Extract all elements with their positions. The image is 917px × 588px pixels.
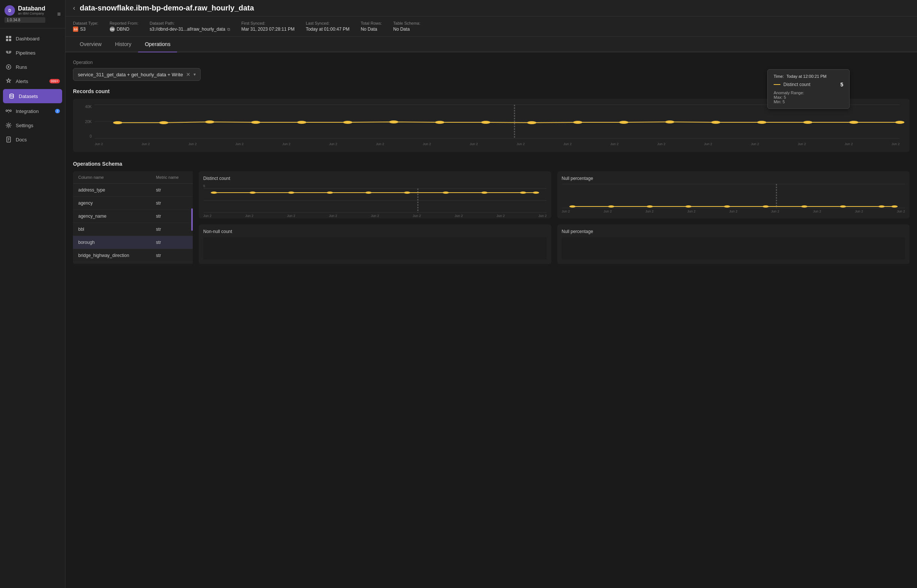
schema-layout: Column name Metric name address_type str… [73, 171, 909, 264]
null-pct-2-chart [562, 237, 906, 260]
svg-point-8 [8, 124, 10, 126]
tooltip-line-indicator [774, 84, 780, 85]
svg-point-52 [685, 205, 691, 208]
hamburger-menu[interactable]: ≡ [57, 11, 61, 18]
svg-point-55 [801, 205, 807, 208]
metric-card-null-pct: Null percentage [557, 171, 910, 218]
svg-point-20 [389, 120, 399, 123]
operation-clear-button[interactable]: ✕ [186, 71, 191, 78]
operation-value: service_311_get_data + get_hourly_data +… [78, 72, 183, 78]
table-row[interactable]: agency str [73, 197, 193, 210]
svg-point-23 [527, 121, 536, 124]
operation-selector[interactable]: service_311_get_data + get_hourly_data +… [73, 68, 201, 81]
back-button[interactable]: ‹ [73, 4, 75, 12]
tab-operations[interactable]: Operations [138, 37, 177, 52]
anomaly-max: Max: 5 [774, 95, 843, 100]
table-row-selected[interactable]: borough str [73, 236, 193, 249]
null-pct-chart: Jun 2 Jun 2 Jun 2 Jun 2 Jun 2 Jun 2 Jun … [562, 184, 906, 214]
metric-title: Non-null count [203, 229, 547, 234]
sidebar-item-label: Runs [16, 64, 27, 70]
svg-point-36 [211, 192, 217, 194]
chart-y-label-0: 0 [79, 134, 92, 138]
metric-title: Null percentage [562, 229, 906, 234]
sidebar-item-label: Integration [16, 108, 39, 114]
svg-point-58 [891, 205, 898, 208]
logo-icon: D [5, 5, 15, 16]
svg-point-22 [481, 121, 490, 124]
column-type: str [151, 223, 193, 236]
svg-rect-6 [6, 110, 8, 111]
datasets-icon [8, 93, 15, 100]
chart-y-label-20k: 20K [79, 120, 92, 124]
chart-x-label: Jun 2 [563, 142, 572, 146]
table-row[interactable]: bridge_highway_direction str [73, 249, 193, 262]
metric-title: Null percentage [562, 176, 906, 181]
tooltip-metric-row: Distinct count 5 [774, 82, 843, 87]
logo-sub: an IBM Company [18, 11, 45, 15]
col-name-header: Column name [73, 171, 151, 184]
operation-dropdown-icon[interactable]: ▾ [193, 72, 196, 77]
sidebar-item-dashboard[interactable]: Dashboard [0, 31, 65, 46]
x-label: Jun 2 [371, 214, 379, 218]
metadata-row: Dataset Type: S3 S3 Reported From: DB DB… [65, 16, 917, 37]
data-tooltip: Time: Today at 12:00:21 PM Distinct coun… [767, 69, 850, 109]
svg-point-56 [839, 205, 846, 208]
svg-rect-0 [6, 36, 8, 38]
integration-icon [5, 108, 12, 115]
operations-content: Operation service_311_get_data + get_hou… [65, 52, 917, 588]
schema-table: Column name Metric name address_type str… [73, 171, 193, 264]
chart-x-label: Jun 2 [891, 142, 900, 146]
tooltip-metric-label: Distinct count [783, 82, 837, 87]
table-row[interactable]: agency_name str [73, 210, 193, 223]
x-label: Jun 2 [813, 210, 821, 213]
sidebar-nav: Dashboard Pipelines Runs Alerts 999+ [0, 28, 65, 588]
x-label: Jun 2 [496, 214, 504, 218]
svg-point-49 [569, 205, 576, 208]
reported-from-label: Reported From: [110, 21, 138, 26]
columns-table: Column name Metric name address_type str… [73, 171, 193, 262]
sidebar-item-docs[interactable]: Docs [0, 132, 65, 147]
table-schema-label: Table Schema: [394, 21, 421, 26]
svg-point-45 [533, 192, 539, 194]
chart-x-label: Jun 2 [657, 142, 666, 146]
sidebar-item-pipelines[interactable]: Pipelines [0, 46, 65, 60]
dataset-path-value: s3://dbnd-dev-31...af/raw_hourly_data ⧉ [150, 27, 230, 32]
sidebar: D Databand an IBM Company 1.0.34.8 ≡ Das… [0, 0, 65, 588]
total-rows-meta: Total Rows: No Data [361, 21, 382, 32]
sidebar-item-settings[interactable]: Settings [0, 118, 65, 132]
chart-x-label: Jun 2 [376, 142, 384, 146]
table-row[interactable]: address_type str [73, 184, 193, 197]
chart-x-label: Jun 2 [423, 142, 431, 146]
sidebar-item-runs[interactable]: Runs [0, 60, 65, 74]
svg-point-14 [113, 121, 122, 124]
tab-overview[interactable]: Overview [73, 37, 108, 52]
schema-title: Operations Schema [73, 161, 909, 167]
y-label: 6 [203, 184, 205, 188]
metrics-grid: Distinct count 6 [199, 171, 909, 264]
non-null-count-chart [203, 237, 547, 260]
tooltip-time-value: Today at 12:00:21 PM [786, 74, 826, 79]
chart-x-label: Jun 2 [517, 142, 525, 146]
sidebar-item-alerts[interactable]: Alerts 999+ [0, 74, 65, 88]
svg-point-21 [435, 121, 445, 124]
x-label: Jun 2 [771, 210, 779, 213]
sidebar-item-integration[interactable]: Integration 2 [0, 104, 65, 118]
sidebar-item-label: Pipelines [16, 50, 36, 56]
svg-point-30 [849, 121, 859, 124]
dataset-type-value: S3 S3 [73, 27, 99, 32]
svg-point-53 [724, 205, 730, 208]
sidebar-item-label: Dashboard [16, 36, 40, 42]
svg-point-31 [895, 121, 905, 124]
x-label: Jun 2 [455, 214, 463, 218]
copy-icon[interactable]: ⧉ [227, 27, 230, 32]
chart-y-label-40k: 40K [79, 105, 92, 109]
sidebar-item-datasets[interactable]: Datasets [3, 89, 62, 103]
anomaly-label: Anomaly Range: [774, 90, 843, 95]
table-row[interactable]: bbl str [73, 223, 193, 236]
svg-rect-7 [10, 110, 11, 111]
tabs: Overview History Operations [65, 37, 917, 52]
svg-point-38 [288, 192, 295, 194]
tooltip-anomaly: Anomaly Range: Max: 5 Min: 5 [774, 90, 843, 104]
svg-point-17 [251, 121, 261, 124]
tab-history[interactable]: History [108, 37, 138, 52]
